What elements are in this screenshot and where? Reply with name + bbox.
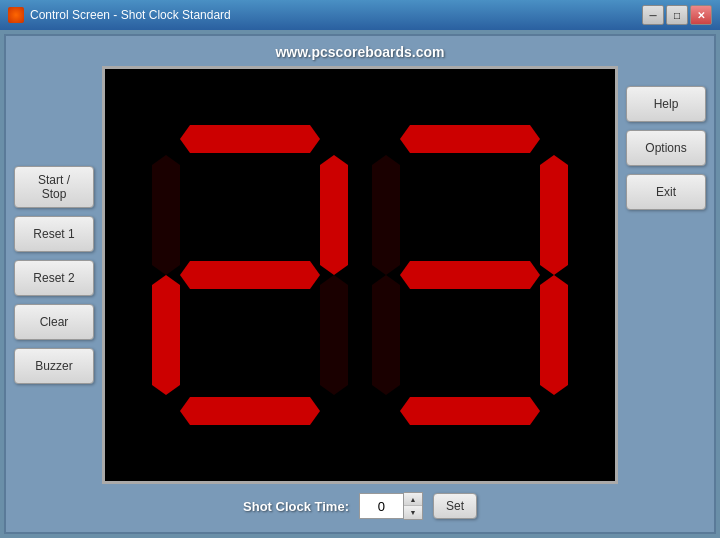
seg-3-c: [540, 275, 568, 395]
seg-3-e: [372, 275, 400, 395]
seg-3-a: [400, 125, 540, 153]
website-text: www.pcscoreboards.com: [14, 44, 706, 60]
seg-3-b: [540, 155, 568, 275]
reset1-button[interactable]: Reset 1: [14, 216, 94, 252]
seg-3-g: [400, 261, 540, 289]
digit-3: [370, 125, 570, 425]
seg-2-c: [320, 275, 348, 395]
window-controls: ─ □ ✕: [642, 5, 712, 25]
exit-button[interactable]: Exit: [626, 174, 706, 210]
app-icon: [8, 7, 24, 23]
shot-clock-input[interactable]: [359, 493, 404, 519]
buzzer-button[interactable]: Buzzer: [14, 348, 94, 384]
seg-2-d: [180, 397, 320, 425]
seg-2-b: [320, 155, 348, 275]
help-button[interactable]: Help: [626, 86, 706, 122]
spin-down-arrow[interactable]: ▼: [404, 506, 422, 519]
seg-3-d: [400, 397, 540, 425]
shot-clock-spinner: ▲ ▼: [359, 492, 423, 520]
shot-clock-label: Shot Clock Time:: [243, 499, 349, 514]
main-area: www.pcscoreboards.com Start / Stop Reset…: [4, 34, 716, 534]
title-bar: Control Screen - Shot Clock Standard ─ □…: [0, 0, 720, 30]
clear-button[interactable]: Clear: [14, 304, 94, 340]
seg-2-e: [152, 275, 180, 395]
seg-2-f: [152, 155, 180, 275]
reset2-button[interactable]: Reset 2: [14, 260, 94, 296]
scoreboard-display: [102, 66, 618, 484]
close-button[interactable]: ✕: [690, 5, 712, 25]
options-button[interactable]: Options: [626, 130, 706, 166]
start-stop-button[interactable]: Start / Stop: [14, 166, 94, 208]
bottom-area: Shot Clock Time: ▲ ▼ Set: [14, 484, 706, 524]
content-row: Start / Stop Reset 1 Reset 2 Clear Buzze…: [14, 66, 706, 484]
seg-2-a: [180, 125, 320, 153]
digit-2: [150, 125, 350, 425]
window-title: Control Screen - Shot Clock Standard: [30, 8, 636, 22]
right-buttons-panel: Help Options Exit: [626, 66, 706, 484]
seg-2-g: [180, 261, 320, 289]
left-buttons-panel: Start / Stop Reset 1 Reset 2 Clear Buzze…: [14, 66, 94, 484]
minimize-button[interactable]: ─: [642, 5, 664, 25]
maximize-button[interactable]: □: [666, 5, 688, 25]
spin-arrows: ▲ ▼: [404, 492, 423, 520]
set-button[interactable]: Set: [433, 493, 477, 519]
seg-3-f: [372, 155, 400, 275]
spin-up-arrow[interactable]: ▲: [404, 493, 422, 506]
